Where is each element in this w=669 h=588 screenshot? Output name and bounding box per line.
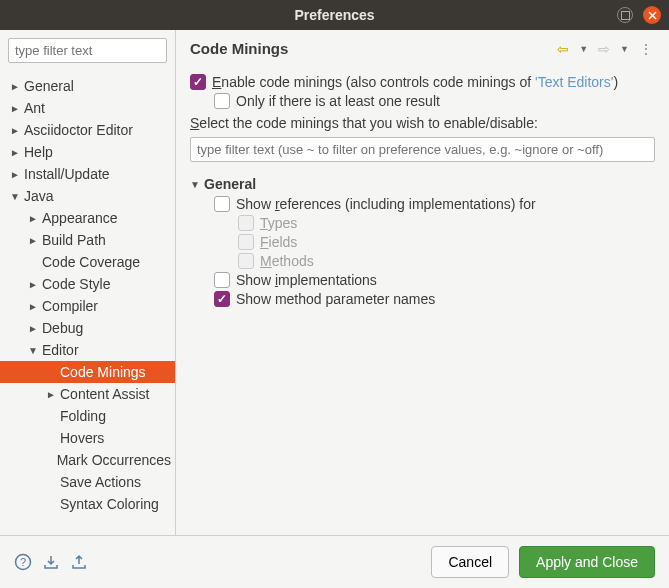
svg-rect-0 [621, 11, 629, 19]
select-minings-label: Select the code minings that you wish to… [190, 115, 655, 131]
export-icon[interactable] [70, 553, 88, 571]
tree-item-label: Help [22, 144, 53, 160]
titlebar: Preferences [0, 0, 669, 30]
chevron-right-icon: ► [8, 81, 22, 92]
chevron-right-icon: ► [8, 147, 22, 158]
chevron-right-icon: ► [8, 169, 22, 180]
tree-item[interactable]: Hovers [0, 427, 175, 449]
tree-item-label: Install/Update [22, 166, 110, 182]
tree-item[interactable]: ►Asciidoctor Editor [0, 119, 175, 141]
tree-item[interactable]: ►Content Assist [0, 383, 175, 405]
group-general-header[interactable]: ▼ General [190, 176, 655, 192]
import-icon[interactable] [42, 553, 60, 571]
tree-item-label: Appearance [40, 210, 118, 226]
tree-item[interactable]: ►Appearance [0, 207, 175, 229]
types-checkbox [238, 215, 254, 231]
tree-item-label: Editor [40, 342, 79, 358]
tree-item-label: General [22, 78, 74, 94]
close-button[interactable] [643, 6, 661, 24]
fields-label: Fields [260, 234, 297, 250]
tree-item[interactable]: ►Ant [0, 97, 175, 119]
chevron-right-icon: ► [26, 301, 40, 312]
tree-item-label: Code Coverage [40, 254, 140, 270]
chevron-right-icon: ► [8, 103, 22, 114]
tree-item-label: Save Actions [58, 474, 141, 490]
chevron-right-icon: ► [26, 279, 40, 290]
tree-item[interactable]: ►Debug [0, 317, 175, 339]
show-params-checkbox[interactable] [214, 291, 230, 307]
main-panel: Code Minings ⇦ ▼ ⇨ ▼ Enable code minings… [176, 30, 669, 535]
tree-item[interactable]: Code Coverage [0, 251, 175, 273]
tree-item-label: Compiler [40, 298, 98, 314]
types-label: Types [260, 215, 297, 231]
sidebar: ►General►Ant►Asciidoctor Editor►Help►Ins… [0, 30, 176, 535]
menu-icon[interactable] [637, 41, 655, 57]
chevron-right-icon: ► [26, 323, 40, 334]
tree-item-label: Hovers [58, 430, 104, 446]
show-references-checkbox[interactable] [214, 196, 230, 212]
help-icon[interactable]: ? [14, 553, 32, 571]
cancel-button[interactable]: Cancel [431, 546, 509, 578]
back-dropdown-icon[interactable]: ▼ [577, 44, 590, 54]
tree-item-label: Content Assist [58, 386, 150, 402]
sidebar-tree: ►General►Ant►Asciidoctor Editor►Help►Ins… [0, 71, 175, 535]
tree-item[interactable]: Code Minings [0, 361, 175, 383]
forward-icon[interactable]: ⇨ [596, 41, 612, 57]
minings-filter-input[interactable] [190, 137, 655, 162]
sidebar-filter-input[interactable] [8, 38, 167, 63]
tree-item-label: Java [22, 188, 54, 204]
tree-item[interactable]: Save Actions [0, 471, 175, 493]
tree-item-label: Code Minings [58, 364, 146, 380]
tree-item[interactable]: ►Code Style [0, 273, 175, 295]
fields-checkbox [238, 234, 254, 250]
tree-item[interactable]: ►Install/Update [0, 163, 175, 185]
footer: ? Cancel Apply and Close [0, 535, 669, 588]
maximize-button[interactable] [617, 7, 633, 23]
chevron-right-icon: ► [8, 125, 22, 136]
chevron-right-icon: ► [26, 213, 40, 224]
back-icon[interactable]: ⇦ [555, 41, 571, 57]
tree-item-label: Folding [58, 408, 106, 424]
tree-item-label: Syntax Coloring [58, 496, 159, 512]
show-params-label[interactable]: Show method parameter names [236, 291, 435, 307]
only-if-label[interactable]: Only if there is at least one result [236, 93, 440, 109]
tree-item[interactable]: Syntax Coloring [0, 493, 175, 515]
show-implementations-checkbox[interactable] [214, 272, 230, 288]
tree-item-label: Debug [40, 320, 83, 336]
chevron-right-icon: ► [26, 235, 40, 246]
tree-item[interactable]: Folding [0, 405, 175, 427]
enable-code-minings-checkbox[interactable] [190, 74, 206, 90]
tree-item-label: Code Style [40, 276, 110, 292]
apply-close-button[interactable]: Apply and Close [519, 546, 655, 578]
methods-checkbox [238, 253, 254, 269]
chevron-down-icon: ▼ [190, 179, 204, 190]
tree-item[interactable]: Mark Occurrences [0, 449, 175, 471]
tree-item[interactable]: ►Help [0, 141, 175, 163]
tree-item[interactable]: ►Compiler [0, 295, 175, 317]
chevron-down-icon: ▼ [26, 345, 40, 356]
page-title: Code Minings [190, 40, 555, 57]
show-implementations-label[interactable]: Show implementations [236, 272, 377, 288]
window-title: Preferences [294, 7, 374, 23]
tree-item[interactable]: ►Build Path [0, 229, 175, 251]
only-if-checkbox[interactable] [214, 93, 230, 109]
tree-item-label: Asciidoctor Editor [22, 122, 133, 138]
text-editors-link[interactable]: 'Text Editors' [535, 74, 613, 90]
tree-item-label: Build Path [40, 232, 106, 248]
tree-item-label: Mark Occurrences [55, 452, 171, 468]
enable-code-minings-label[interactable]: Enable code minings (also controls code … [212, 74, 618, 90]
show-references-label[interactable]: Show references (including implementatio… [236, 196, 536, 212]
chevron-right-icon: ► [44, 389, 58, 400]
tree-item[interactable]: ►General [0, 75, 175, 97]
tree-item[interactable]: ▼Editor [0, 339, 175, 361]
tree-item[interactable]: ▼Java [0, 185, 175, 207]
tree-item-label: Ant [22, 100, 45, 116]
chevron-down-icon: ▼ [8, 191, 22, 202]
forward-dropdown-icon[interactable]: ▼ [618, 44, 631, 54]
svg-text:?: ? [20, 556, 26, 568]
methods-label: Methods [260, 253, 314, 269]
